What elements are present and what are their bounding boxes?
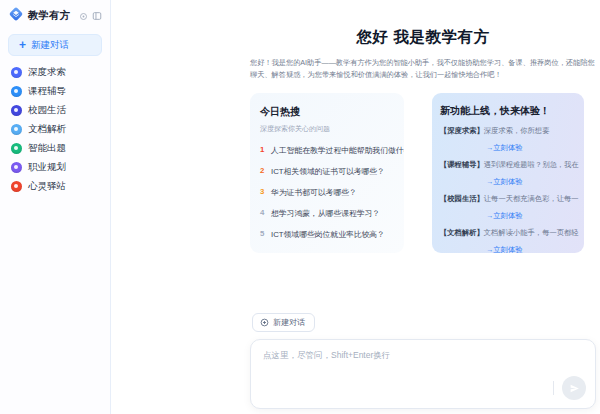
hot-item-text: ICT领域哪些岗位就业率比较高？ <box>271 229 385 240</box>
feature-list: 【深度求索】深度求索，你所想要 →立刻体验 【课程辅导】遇到课程难题啦？别急，我… <box>440 126 579 253</box>
new-chat-label: 新建对话 <box>31 39 69 52</box>
sidebar-item-quiz-generator[interactable]: 智能出题 <box>8 139 102 158</box>
divider <box>553 381 554 395</box>
hot-list-item[interactable]: 2 ICT相关领域的证书可以考哪些？ <box>260 166 394 177</box>
app-title: 教学有方 <box>28 9 74 23</box>
new-chat-chip-button[interactable]: 新建对话 <box>252 313 315 332</box>
sidebar-item-course-tutoring[interactable]: 课程辅导 <box>8 82 102 101</box>
rank-badge: 5 <box>260 229 266 240</box>
feature-tag: 【课程辅导】 <box>440 160 484 169</box>
sidebar-item-label: 深度求索 <box>28 66 66 79</box>
feature-desc: 遇到课程难题啦？别急，我在... <box>484 160 579 169</box>
rank-badge: 3 <box>260 187 266 198</box>
sidebar: 教学有方 + 新建对话 深度求索 课程辅导 <box>0 0 111 414</box>
settings-icon[interactable] <box>78 11 88 21</box>
cards-row: 今日热搜 深度探索你关心的问题 1 人工智能在教学过程中能帮助我们做什么？ 2 … <box>250 93 596 253</box>
hot-card-subtitle: 深度探索你关心的问题 <box>260 124 394 134</box>
hot-list-item[interactable]: 3 华为证书都可以考哪些？ <box>260 187 394 198</box>
hot-search-card: 今日热搜 深度探索你关心的问题 1 人工智能在教学过程中能帮助我们做什么？ 2 … <box>250 93 404 253</box>
sidebar-item-label: 智能出题 <box>28 142 66 155</box>
feature-item: 【课程辅导】遇到课程难题啦？别急，我在... →立刻体验 <box>440 160 579 190</box>
feature-item: 【文档解析】文档解读小能手，每一页都轻... →立刻体验 <box>440 228 579 253</box>
feature-desc: 深度求索，你所想要 <box>484 126 550 135</box>
sidebar-item-label: 职业规划 <box>28 161 66 174</box>
paper-plane-icon <box>569 383 580 394</box>
main-area: 您好 我是教学有方 您好！我是您的AI助手——教学有方作为您的智能小助手，我不仅… <box>111 0 600 414</box>
sidebar-item-label: 文档解析 <box>28 123 66 136</box>
new-chat-button[interactable]: + 新建对话 <box>8 34 102 56</box>
sidebar-item-career-planning[interactable]: 职业规划 <box>8 158 102 177</box>
sidebar-item-label: 课程辅导 <box>28 85 66 98</box>
course-tutoring-icon <box>11 86 22 97</box>
collapse-sidebar-icon[interactable] <box>92 11 102 21</box>
hot-item-text: 想学习鸿蒙，从哪些课程学习？ <box>271 208 380 219</box>
feature-tag: 【文档解析】 <box>440 228 484 237</box>
sidebar-item-mind-station[interactable]: 心灵驿站 <box>8 177 102 196</box>
hot-list-item[interactable]: 4 想学习鸿蒙，从哪些课程学习？ <box>260 208 394 219</box>
hot-item-text: ICT相关领域的证书可以考哪些？ <box>271 166 385 177</box>
app-logo-icon <box>8 6 24 26</box>
greeting-title: 您好 我是教学有方 <box>250 27 596 48</box>
sidebar-item-label: 校园生活 <box>28 104 66 117</box>
chip-label: 新建对话 <box>273 317 305 328</box>
sidebar-header: 教学有方 <box>8 7 102 25</box>
message-input-box <box>250 339 596 409</box>
sidebar-item-label: 心灵驿站 <box>28 180 66 193</box>
career-planning-icon <box>11 162 22 173</box>
sidebar-item-campus-life[interactable]: 校园生活 <box>8 101 102 120</box>
hot-list-item[interactable]: 5 ICT领域哪些岗位就业率比较高？ <box>260 229 394 240</box>
hot-card-title: 今日热搜 <box>260 105 394 119</box>
campus-life-icon <box>11 105 22 116</box>
hot-list-item[interactable]: 1 人工智能在教学过程中能帮助我们做什么？ <box>260 145 394 156</box>
main-content: 您好 我是教学有方 您好！我是您的AI助手——教学有方作为您的智能小助手，我不仅… <box>250 0 596 253</box>
plus-circle-icon <box>260 318 269 327</box>
feature-item: 【深度求索】深度求索，你所想要 →立刻体验 <box>440 126 579 156</box>
hot-item-text: 华为证书都可以考哪些？ <box>271 187 357 198</box>
feature-tag: 【深度求索】 <box>440 126 484 135</box>
app-window: 教学有方 + 新建对话 深度求索 课程辅导 <box>0 0 600 414</box>
message-input[interactable] <box>251 340 595 408</box>
feature-card-title: 新功能上线，快来体验！ <box>440 104 579 118</box>
feature-desc: 文档解读小能手，每一页都轻... <box>484 228 579 237</box>
plus-icon: + <box>19 39 26 51</box>
try-now-link[interactable]: →立刻体验 <box>486 245 522 253</box>
new-features-card: 新功能上线，快来体验！ 【深度求索】深度求索，你所想要 →立刻体验 【课程辅导】… <box>432 93 584 253</box>
rank-badge: 4 <box>260 208 266 219</box>
doc-analysis-icon <box>11 124 22 135</box>
feature-tag: 【校园生活】 <box>440 194 484 203</box>
deep-search-icon <box>11 67 22 78</box>
sidebar-menu: 深度求索 课程辅导 校园生活 文档解析 智能出题 职业规划 <box>8 63 102 196</box>
try-now-link[interactable]: →立刻体验 <box>486 143 522 153</box>
send-area <box>553 376 586 400</box>
feature-desc: 让每一天都充满色彩，让每一... <box>484 194 579 203</box>
feature-item: 【校园生活】让每一天都充满色彩，让每一... →立刻体验 <box>440 194 579 224</box>
try-now-link[interactable]: →立刻体验 <box>486 211 522 221</box>
rank-badge: 1 <box>260 145 266 156</box>
rank-badge: 2 <box>260 166 266 177</box>
sidebar-item-doc-analysis[interactable]: 文档解析 <box>8 120 102 139</box>
quiz-generator-icon <box>11 143 22 154</box>
try-now-link[interactable]: →立刻体验 <box>486 177 522 187</box>
mind-station-icon <box>11 181 22 192</box>
composer: 新建对话 <box>250 313 596 409</box>
sidebar-item-deep-search[interactable]: 深度求索 <box>8 63 102 82</box>
greeting-body: 您好！我是您的AI助手——教学有方作为您的智能小助手，我不仅能协助您学习、备课、… <box>250 57 596 80</box>
hot-item-text: 人工智能在教学过程中能帮助我们做什么？ <box>271 145 404 156</box>
send-button[interactable] <box>562 376 586 400</box>
hot-list: 1 人工智能在教学过程中能帮助我们做什么？ 2 ICT相关领域的证书可以考哪些？… <box>260 145 394 240</box>
